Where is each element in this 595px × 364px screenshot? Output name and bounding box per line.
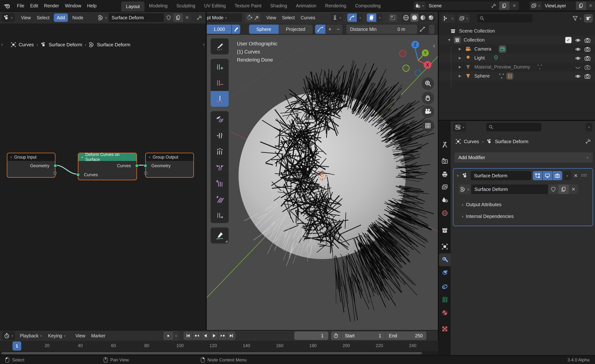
modifier-name-field[interactable]: Surface Deform	[471, 171, 531, 180]
tool-snake-hook[interactable]	[211, 127, 229, 143]
node-group-output[interactable]: ∨Group Output Geometry	[145, 153, 194, 178]
toggle-realtime-display[interactable]	[543, 171, 552, 180]
properties-editor-type[interactable]: ∨	[453, 123, 466, 132]
gizmo-z-neg[interactable]	[415, 70, 421, 76]
gizmo-z-axis[interactable]: Z	[411, 41, 419, 49]
prev-keyframe-button[interactable]	[192, 331, 201, 340]
menu-playback[interactable]: Playback∨	[17, 331, 45, 341]
curve-falloff-toggle[interactable]: ∨	[347, 14, 363, 22]
tab-compositing[interactable]: Compositing	[351, 0, 385, 11]
shading-material[interactable]	[419, 14, 427, 21]
outliner-filter-button[interactable]: ∨	[571, 15, 583, 21]
section-output-attributes[interactable]: › Output Attributes	[462, 202, 502, 207]
socket-geometry-in[interactable]	[144, 164, 147, 168]
new-collection-button[interactable]	[584, 14, 593, 23]
tab-constraints[interactable]	[439, 280, 451, 293]
menu-select[interactable]: Select	[279, 12, 298, 23]
menu-add[interactable]: Add	[54, 14, 68, 22]
tab-modeling[interactable]: Modeling	[145, 0, 172, 11]
render-visibility-icon[interactable]	[584, 46, 591, 52]
socket-virtual[interactable]	[53, 171, 57, 175]
tool-grow-shrink[interactable]	[211, 143, 229, 159]
menu-help[interactable]: Help	[84, 0, 99, 11]
tab-render[interactable]	[439, 155, 451, 167]
row-camera[interactable]: ▶ Camera	[439, 44, 595, 53]
tool-puff[interactable]	[211, 175, 229, 191]
menu-file[interactable]: File	[14, 0, 27, 11]
breadcrumb-collapse-icon[interactable]: ‹	[203, 41, 205, 47]
play-button[interactable]	[210, 331, 218, 340]
add-modifier-button[interactable]: Add Modifier ∨	[454, 152, 593, 163]
pin-icon[interactable]	[197, 15, 202, 20]
render-visibility-icon[interactable]	[584, 73, 591, 79]
gizmo-y-neg[interactable]	[403, 65, 410, 72]
gizmo-x-neg[interactable]	[399, 50, 406, 57]
tab-object[interactable]	[439, 240, 451, 253]
row-material-preview-dummy[interactable]: ▶ Material_Preview_Dummy	[439, 63, 595, 71]
menu-edit[interactable]: Edit	[27, 0, 41, 11]
tab-texture[interactable]	[439, 322, 451, 335]
tab-world[interactable]	[439, 207, 451, 220]
fake-user-button[interactable]	[164, 14, 173, 22]
timeline-scrollbar[interactable]	[1, 352, 422, 354]
toggle-render-display[interactable]	[552, 171, 562, 180]
breadcrumb-modifier[interactable]: Surface Deform	[495, 139, 528, 144]
tab-collection[interactable]	[439, 224, 451, 237]
menu-keying[interactable]: Keying∨	[45, 331, 69, 341]
gizmo-x-axis[interactable]: X	[424, 61, 431, 69]
fake-user-button[interactable]	[548, 185, 559, 194]
tab-scene[interactable]	[439, 193, 451, 206]
distance-min-field[interactable]: Distance Min 0 m	[346, 25, 417, 34]
row-scene-collection[interactable]: Scene Collection	[439, 27, 595, 36]
tab-material[interactable]	[439, 306, 451, 319]
menu-node[interactable]: Node	[69, 12, 86, 23]
overlays-button[interactable]	[388, 14, 397, 22]
shading-wireframe[interactable]	[402, 14, 410, 21]
tab-object-data[interactable]	[439, 293, 451, 306]
tool-delete-curves[interactable]	[211, 75, 229, 91]
toggle-editmode-display[interactable]	[533, 171, 542, 180]
collapse-icon[interactable]: ∨	[456, 174, 459, 178]
node-deform-curves-on-surface[interactable]: ∨Deform Curves on Surface Curves Curves	[78, 153, 137, 180]
jump-to-end-button[interactable]	[227, 331, 235, 340]
row-sphere[interactable]: ▶ Sphere	[439, 71, 595, 80]
modifier-panel[interactable]: ∨ Surface Deform ∨ ✕ ∨ Sur	[453, 168, 593, 226]
tool-slide[interactable]	[211, 207, 229, 223]
node-group-browse[interactable]: ∨	[97, 14, 109, 22]
hide-eye-icon[interactable]	[575, 37, 581, 43]
node-group-browse[interactable]: ∨	[459, 185, 471, 194]
render-disabled-icon[interactable]	[584, 64, 591, 70]
outliner-display-mode[interactable]: ∨	[441, 14, 455, 23]
tool-annotate[interactable]	[211, 228, 229, 243]
scene-unlink-button[interactable]: ✕	[510, 1, 519, 10]
add-button[interactable]: +	[326, 25, 334, 34]
jump-to-start-button[interactable]	[184, 331, 192, 340]
subtract-button[interactable]: −	[334, 25, 342, 34]
falloff-dropdown[interactable]: ∨	[331, 14, 343, 22]
menu-window[interactable]: Window	[62, 0, 84, 11]
pressure-toggle[interactable]	[232, 25, 240, 34]
row-light[interactable]: ▶ Light	[439, 53, 595, 63]
outliner-filter-mode[interactable]: ∨	[457, 14, 470, 23]
menu-curves[interactable]: Curves	[298, 12, 318, 23]
unlink-datablock-button[interactable]: ✕	[183, 14, 191, 22]
node-group-name-field[interactable]: Surface Deform	[109, 14, 164, 22]
tab-layout[interactable]: Layout	[121, 1, 145, 11]
tab-uv-editing[interactable]: UV Editing	[200, 0, 230, 11]
sidebar-collapse-icon[interactable]: ‹	[433, 42, 435, 49]
hide-eye-closed-icon[interactable]	[575, 65, 581, 71]
tab-shading[interactable]: Shading	[266, 0, 291, 11]
outliner-search[interactable]	[477, 14, 532, 23]
tab-sculpting[interactable]: Sculpting	[172, 0, 200, 11]
hide-eye-icon[interactable]	[575, 73, 581, 79]
tool-comb[interactable]	[211, 111, 229, 127]
timeline-editor-type[interactable]: ∨	[2, 331, 15, 340]
menu-marker[interactable]: Marker	[88, 331, 108, 341]
editor-type-dropdown[interactable]: ∨	[1, 13, 15, 22]
tool-pinch[interactable]	[211, 159, 229, 175]
exclude-checkbox[interactable]: ✓	[565, 37, 572, 43]
falloff-sphere-button[interactable]: Sphere	[249, 25, 279, 34]
mode-dropdown[interactable]: Sculpt Mode∨	[207, 13, 242, 22]
zoom-button[interactable]	[422, 77, 434, 90]
orientation-toggle[interactable]: ∨	[367, 14, 382, 22]
